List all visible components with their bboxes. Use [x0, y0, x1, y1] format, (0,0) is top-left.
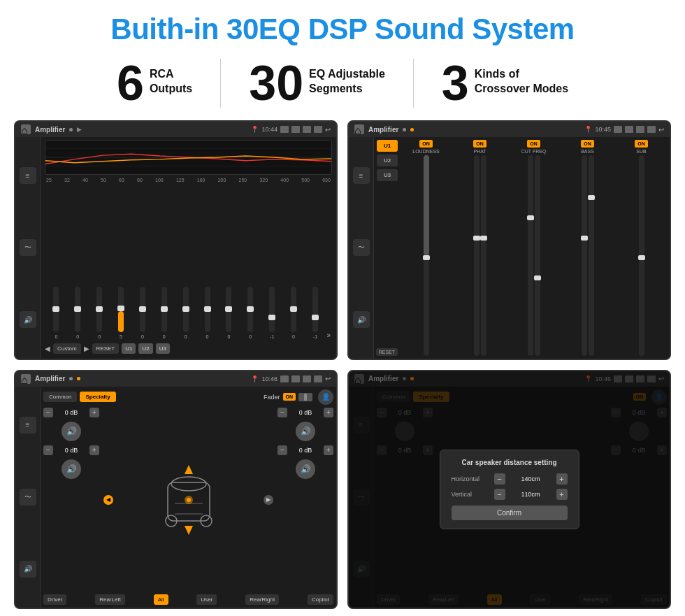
bass-slider[interactable]: [582, 155, 587, 356]
fader-minus-rr[interactable]: −: [277, 445, 287, 455]
eq-track-10[interactable]: [269, 287, 275, 332]
status-dot-3b: [77, 377, 80, 380]
cutfreq-slider[interactable]: [528, 155, 533, 356]
x-icon-3: [303, 375, 311, 382]
bass-on: ON: [581, 140, 594, 148]
eq-track-9[interactable]: [247, 287, 253, 332]
fader-plus-fl[interactable]: +: [89, 408, 99, 417]
speaker-icon-3: 🔊: [24, 565, 32, 573]
vertical-minus[interactable]: −: [494, 489, 505, 500]
eq-track-7[interactable]: [205, 287, 210, 332]
back-icon-1[interactable]: ↩: [325, 126, 331, 134]
eq-track-8[interactable]: [226, 287, 231, 332]
u2-btn-1[interactable]: U2: [138, 343, 152, 354]
channel-cutfreq: ON CUT FREQ: [508, 140, 559, 356]
fader-slider-mini[interactable]: [298, 393, 312, 401]
reset-btn-1[interactable]: RESET: [92, 343, 120, 354]
eq-thumb-3: [117, 306, 124, 311]
status-dot-3a: [69, 377, 73, 380]
eq-track-11[interactable]: [291, 287, 296, 332]
bass-slider2[interactable]: [589, 155, 594, 356]
back-icon-3[interactable]: ↩: [325, 375, 331, 382]
time-3: 10:46: [261, 375, 277, 382]
eq-track-6[interactable]: [183, 287, 189, 332]
fader-user-icon[interactable]: 👤: [318, 389, 333, 405]
fader-label: Fader: [264, 394, 280, 401]
fader-minus-rl[interactable]: −: [43, 445, 53, 455]
copilot-btn[interactable]: Copilot: [308, 594, 333, 605]
next-icon[interactable]: ▶: [84, 345, 89, 352]
fader-plus-rl[interactable]: +: [89, 445, 99, 455]
volume-icon-3: [291, 375, 300, 382]
eq-track-12[interactable]: [312, 287, 318, 332]
loudness-slider[interactable]: [424, 155, 429, 356]
user-btn[interactable]: User: [196, 594, 217, 605]
volume-icon-2: [625, 126, 633, 133]
screen-content-1: ≡ 〜 🔊: [15, 137, 336, 359]
freq-25: 25: [46, 178, 52, 182]
eq-fill-3: [118, 311, 124, 332]
prev-icon[interactable]: ◀: [45, 345, 50, 352]
eq-slider-8: 0: [219, 287, 239, 339]
preset-u2[interactable]: U2: [377, 155, 398, 166]
phat-slider2[interactable]: [481, 155, 486, 356]
sub-thumb: [638, 255, 645, 260]
eq-thumb-12: [312, 315, 319, 320]
eq-arrow-right[interactable]: »: [326, 331, 331, 339]
phat-slider[interactable]: [474, 155, 480, 356]
fader-arrow-right[interactable]: ▶: [264, 495, 273, 505]
fader-minus-fr[interactable]: −: [277, 408, 287, 417]
back-icon-2[interactable]: ↩: [658, 126, 664, 134]
eq-speaker-btn[interactable]: 🔊: [20, 311, 36, 328]
fader-wave-btn[interactable]: 〜: [20, 489, 36, 506]
eq-wave-btn[interactable]: 〜: [20, 239, 36, 256]
fader-plus-rr[interactable]: +: [324, 445, 333, 455]
amp-speaker-btn[interactable]: 🔊: [353, 311, 370, 328]
eq-track-4[interactable]: [140, 287, 145, 332]
eq-tuner-btn[interactable]: ≡: [20, 167, 36, 184]
cutfreq-on: ON: [527, 140, 540, 148]
eq-val-12: -1: [313, 334, 317, 339]
u3-btn-1[interactable]: U3: [156, 343, 170, 354]
horizontal-minus[interactable]: −: [494, 473, 505, 485]
fader-plus-fr[interactable]: +: [324, 408, 333, 417]
vertical-plus[interactable]: +: [556, 489, 568, 500]
fader-tuner-btn[interactable]: ≡: [20, 417, 36, 434]
horizontal-plus[interactable]: +: [556, 473, 568, 485]
eq-track-0[interactable]: [53, 287, 59, 332]
eq-freq-labels: 25 32 40 50 63 80 100 125 160 200 250 32…: [45, 178, 332, 182]
eq-track-3[interactable]: [118, 287, 124, 332]
fader-arrow-left[interactable]: ◀: [103, 495, 113, 505]
window-icon-3: [314, 375, 322, 382]
home-icon-3[interactable]: ⌂: [21, 374, 31, 384]
fader-val-rl: 0 dB: [55, 447, 87, 454]
eq-track-2[interactable]: [96, 287, 102, 332]
rearleft-btn[interactable]: RearLeft: [95, 594, 125, 605]
all-btn[interactable]: All: [154, 594, 168, 605]
cutfreq-slider2[interactable]: [535, 155, 540, 356]
home-icon-1[interactable]: ⌂: [21, 124, 31, 134]
driver-btn[interactable]: Driver: [43, 594, 66, 605]
rearright-btn[interactable]: RearRight: [245, 594, 279, 605]
eq-val-5: 0: [163, 334, 166, 339]
preset-u1[interactable]: U1: [377, 140, 398, 152]
preset-u3[interactable]: U3: [377, 169, 398, 181]
amp-wave-btn[interactable]: 〜: [353, 239, 370, 256]
eq-val-0: 0: [55, 334, 57, 339]
eq-track-1[interactable]: [75, 287, 80, 332]
common-tab-3[interactable]: Common: [43, 392, 77, 402]
confirm-button[interactable]: Confirm: [452, 506, 568, 520]
eq-track-5[interactable]: [161, 287, 167, 332]
freq-50: 50: [101, 178, 106, 182]
custom-btn[interactable]: Custom: [53, 343, 81, 354]
specialty-tab-3[interactable]: Specialty: [80, 392, 115, 402]
fader-minus-fl[interactable]: −: [43, 408, 53, 417]
reset-btn-2[interactable]: RESET: [376, 348, 398, 356]
sub-slider[interactable]: [639, 155, 644, 356]
home-icon-2[interactable]: ⌂: [354, 124, 364, 134]
fader-speaker-btn[interactable]: 🔊: [20, 561, 36, 578]
u1-btn-1[interactable]: U1: [122, 343, 136, 354]
amp-tuner-btn[interactable]: ≡: [353, 167, 370, 184]
feature-line2-rca: Outputs: [150, 82, 192, 96]
freq-32: 32: [64, 178, 70, 182]
